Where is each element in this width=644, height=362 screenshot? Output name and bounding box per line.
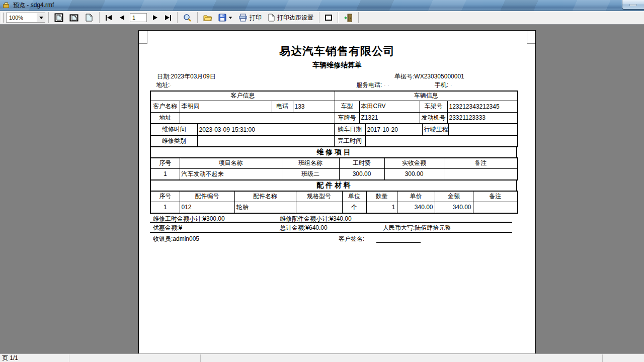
finish-time-label: 完工时间 (334, 135, 365, 147)
mobile-value: · (450, 81, 452, 88)
parts-col-qty: 数量 (366, 191, 397, 202)
actual-size-button[interactable] (82, 12, 96, 23)
toolbar-gripper[interactable] (2, 13, 4, 23)
vehicle-info-header: 车辆信息 (335, 91, 518, 101)
chevron-down-icon[interactable] (37, 13, 45, 22)
whole-page-button[interactable] (52, 12, 66, 23)
prev-page-button[interactable] (116, 12, 128, 23)
repair-labor-fee: 300.00 (339, 168, 384, 180)
zoom-tool-button[interactable] (181, 12, 194, 23)
address-row-value (180, 112, 335, 124)
parts-col-amount: 金额 (435, 191, 473, 202)
toolbar-separator (338, 12, 338, 23)
purchase-date-value: 2017-10-20 (365, 124, 422, 135)
parts-subtotal: 维修配件金额小计:¥340.00 (280, 215, 352, 223)
cashier: 收银员:admin005 (153, 235, 199, 243)
parts-price: 340.00 (397, 202, 435, 213)
repair-time-table: 维修时间 2023-03-09 15:31:00 购车日期 2017-10-20… (150, 123, 518, 147)
repair-col-seq: 序号 (150, 158, 180, 168)
preview-window: 预览 - sdg4.rmf 100% (0, 0, 644, 362)
parts-col-unit: 单位 (342, 191, 366, 202)
statusbar-divider (602, 354, 603, 362)
parts-amount: 340.00 (435, 202, 473, 213)
minimize-button[interactable] (622, 0, 644, 10)
customer-info-header: 客户信息 (150, 91, 335, 101)
magnifier-icon (183, 14, 192, 22)
repair-type-value (197, 135, 334, 147)
floppy-disk-icon (218, 14, 226, 22)
previous-page-icon (120, 15, 124, 20)
print-margin-label: 打印边距设置 (277, 14, 313, 22)
last-page-icon (165, 15, 171, 21)
parts-row: 1 012 轮胎 个 1 340.00 340.00 (150, 202, 518, 213)
total-amount-chinese: 人民币大写:陆佰肆拾元整 (383, 224, 451, 232)
print-margin-button[interactable]: 打印边距设置 (265, 12, 316, 23)
model-value: 本田CRV (359, 101, 420, 112)
repair-note (444, 168, 518, 180)
parts-note (473, 202, 518, 213)
customer-name-value: 李明同 (180, 101, 272, 112)
status-bar: 页 1/1 (0, 353, 644, 362)
total-amount: 总计金额:¥640.00 (280, 224, 328, 232)
parts-col-spec: 规格型号 (296, 191, 342, 202)
save-button[interactable] (216, 12, 235, 23)
repair-seq: 1 (150, 168, 180, 180)
repair-col-item: 项目名称 (180, 158, 282, 168)
print-button[interactable]: 打印 (236, 12, 264, 23)
vin-label: 车架号 (420, 101, 447, 112)
company-name: 易达汽车销售有限公司 (139, 44, 535, 59)
receipt-number-field: 单据号:WX230305000001 (394, 72, 464, 81)
customer-name-label: 客户名称 (150, 101, 180, 112)
plate-value: Z1321 (359, 112, 420, 124)
repair-time-label: 维修时间 (150, 124, 197, 135)
window-title: 预览 - sdg4.rmf (13, 1, 54, 10)
last-page-button[interactable] (162, 12, 174, 23)
zoom-value: 100% (7, 15, 37, 21)
customer-vehicle-table: 客户信息 车辆信息 客户名称 李明同 电话 133 车型 本田CRV 车架号 1… (150, 90, 518, 124)
first-page-button[interactable] (103, 12, 115, 23)
repair-settlement-document: 易达汽车销售有限公司 车辆维修结算单 日期:2023年03月09日 单据号:WX… (139, 31, 535, 245)
parts-code: 012 (180, 202, 234, 213)
customer-signature-label: 客户签名: (339, 235, 364, 243)
repair-team: 班级二 (282, 168, 339, 180)
mobile-label: 手机: · (435, 81, 452, 89)
totals-section: 维修工时金额小计:¥300.00 维修配件金额小计:¥340.00 优惠金额:¥… (150, 214, 512, 245)
signature-line (376, 242, 421, 243)
repair-section-title-band: 维 修 项 目 (150, 146, 517, 158)
repair-section-title: 维 修 项 目 (150, 147, 517, 158)
fullscreen-button[interactable] (323, 12, 335, 23)
page-margin-icon (268, 14, 275, 22)
repair-item-name: 汽车发动不起来 (180, 168, 282, 180)
finish-time-value (365, 135, 518, 147)
service-phone-label: 服务电话: · · (356, 81, 389, 89)
next-page-button[interactable] (149, 12, 161, 23)
parts-section-title-band: 配 件 材 料 (150, 179, 517, 192)
page-number-input[interactable]: 1 (130, 13, 147, 22)
phone-value: 133 (293, 101, 335, 112)
address-label: 地址:· (156, 81, 172, 89)
folder-open-icon (203, 14, 212, 22)
repair-time-value: 2023-03-09 15:31:00 (197, 124, 334, 135)
exit-button[interactable] (341, 12, 355, 23)
plate-label: 车牌号 (335, 112, 359, 124)
repair-col-amount: 实收金额 (384, 158, 444, 168)
page-width-button[interactable] (67, 12, 81, 23)
save-dropdown-icon[interactable] (229, 17, 232, 19)
door-exit-icon (344, 14, 353, 22)
parts-col-price: 单价 (397, 191, 435, 202)
parts-col-note: 备注 (473, 191, 518, 202)
first-page-icon (106, 15, 112, 21)
page-number-value: 1 (132, 15, 135, 21)
preview-area[interactable]: 易达汽车销售有限公司 车辆维修结算单 日期:2023年03月09日 单据号:WX… (0, 25, 644, 353)
open-button[interactable] (201, 12, 215, 23)
printer-icon (238, 14, 248, 22)
engine-value: 23321123333 (447, 112, 518, 124)
parts-unit: 个 (342, 202, 366, 213)
purchase-date-label: 购车日期 (334, 124, 365, 135)
engine-label: 发动机号 (420, 112, 447, 124)
zoom-select[interactable]: 100% (6, 13, 45, 23)
parts-name: 轮胎 (234, 202, 296, 213)
service-phone-value: · · (384, 81, 389, 88)
parts-col-name: 配件名称 (234, 191, 296, 202)
phone-label: 电话 (272, 101, 293, 112)
